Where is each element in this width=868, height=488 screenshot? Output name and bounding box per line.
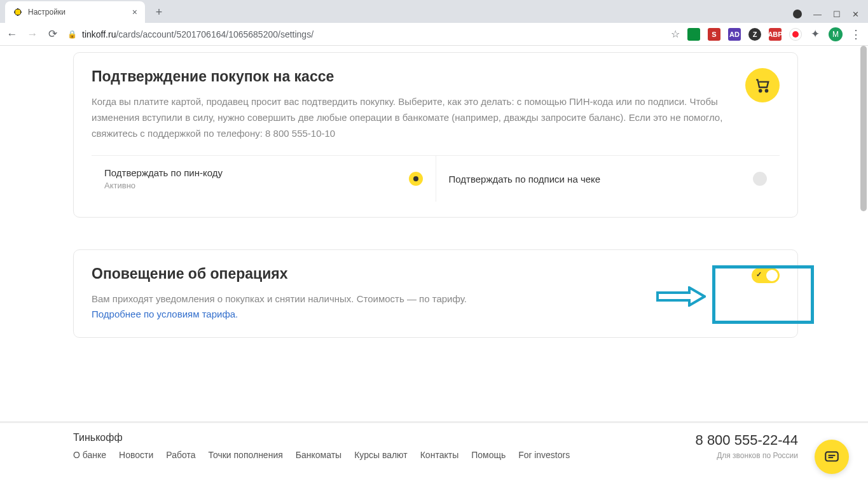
back-button[interactable]: ← <box>6 28 18 41</box>
footer-link[interactable]: О банке <box>73 450 106 460</box>
option-label: Подтверждать по подписи на чеке <box>449 174 601 185</box>
scrollbar-thumb[interactable] <box>860 46 867 211</box>
tab-close-icon[interactable]: × <box>132 7 137 17</box>
page-footer: Тинькофф О банке Новости Работа Точки по… <box>0 421 868 468</box>
extensions-puzzle-icon[interactable]: ✦ <box>809 27 821 41</box>
footer-link[interactable]: Курсы валют <box>354 450 408 460</box>
address-bar[interactable]: 🔒 tinkoff.ru/cards/account/5201706164/10… <box>67 29 662 39</box>
window-maximize-icon[interactable]: ☐ <box>833 10 841 19</box>
extension-icon[interactable]: Z <box>748 28 761 41</box>
option-signature[interactable]: Подтверждать по подписи на чеке <box>436 156 780 202</box>
notifications-card: Оповещение об операциях Вам приходят уве… <box>73 249 798 338</box>
bookmark-star-icon[interactable]: ☆ <box>671 28 680 40</box>
footer-phone-label: Для звонков по России <box>696 451 798 460</box>
window-controls: — ☐ ✕ <box>793 10 868 23</box>
footer-link[interactable]: Точки пополнения <box>208 450 282 460</box>
extension-icon[interactable] <box>789 28 802 41</box>
tab-favicon <box>13 7 23 17</box>
confirmation-options: Подтверждать по пин-коду Активно Подтвер… <box>92 155 780 202</box>
purchase-confirmation-card: Подтверждение покупок на кассе Когда вы … <box>73 52 798 218</box>
card-title: Подтверждение покупок на кассе <box>92 68 733 85</box>
url-text: tinkoff.ru/cards/account/5201706164/1065… <box>82 29 313 39</box>
browser-toolbar: ← → ⟳ 🔒 tinkoff.ru/cards/account/5201706… <box>0 23 868 46</box>
card-description: Вам приходят уведомления о покупках и сн… <box>92 291 752 322</box>
window-minimize-icon[interactable]: — <box>813 10 822 19</box>
footer-link[interactable]: Контакты <box>420 450 458 460</box>
tariff-link[interactable]: Подробнее по условиям тарифа. <box>92 309 238 319</box>
card-description: Когда вы платите картой, продавец просит… <box>92 94 733 141</box>
svg-point-1 <box>766 90 768 92</box>
footer-links: О банке Новости Работа Точки пополнения … <box>73 450 570 460</box>
extension-icon[interactable]: AD <box>728 28 741 41</box>
browser-tab[interactable]: Настройки × <box>5 1 145 23</box>
new-tab-button[interactable]: + <box>150 3 168 21</box>
card-title: Оповещение об операциях <box>92 265 752 282</box>
toggle-check-icon: ✓ <box>756 270 762 279</box>
footer-link[interactable]: Работа <box>166 450 195 460</box>
svg-point-0 <box>759 90 761 92</box>
extension-icon[interactable] <box>687 28 700 41</box>
option-pin-code[interactable]: Подтверждать по пин-коду Активно <box>92 156 436 202</box>
toggle-knob <box>766 270 778 281</box>
radio-selected-icon <box>409 172 423 186</box>
footer-link[interactable]: Банкоматы <box>296 450 341 460</box>
option-status: Активно <box>104 181 223 190</box>
footer-phone: 8 800 555-22-44 <box>696 432 798 449</box>
forward-button[interactable]: → <box>27 28 38 41</box>
footer-brand: Тинькофф <box>73 432 570 443</box>
window-close-icon[interactable]: ✕ <box>852 10 859 19</box>
lock-icon: 🔒 <box>67 30 77 39</box>
tab-title: Настройки <box>28 8 65 17</box>
extension-icon[interactable]: S <box>708 28 720 41</box>
footer-link[interactable]: For investors <box>518 450 570 460</box>
profile-avatar[interactable]: M <box>829 27 843 41</box>
radio-unselected-icon <box>753 172 767 186</box>
option-label: Подтверждать по пин-коду <box>104 167 223 178</box>
page-content: Подтверждение покупок на кассе Когда вы … <box>0 46 868 421</box>
support-phone: 8 800 555-10-10 <box>265 128 335 139</box>
browser-menu-icon[interactable]: ⋮ <box>850 27 862 41</box>
footer-link[interactable]: Новости <box>119 450 153 460</box>
reload-button[interactable]: ⟳ <box>47 27 59 41</box>
svg-rect-2 <box>825 452 838 461</box>
notifications-toggle[interactable]: ✓ <box>752 268 780 283</box>
footer-link[interactable]: Помощь <box>471 450 506 460</box>
cart-icon <box>745 68 780 102</box>
browser-tab-strip: Настройки × + — ☐ ✕ <box>0 0 868 23</box>
extension-icon[interactable]: ABP <box>769 28 782 41</box>
window-account-icon[interactable] <box>793 10 802 18</box>
